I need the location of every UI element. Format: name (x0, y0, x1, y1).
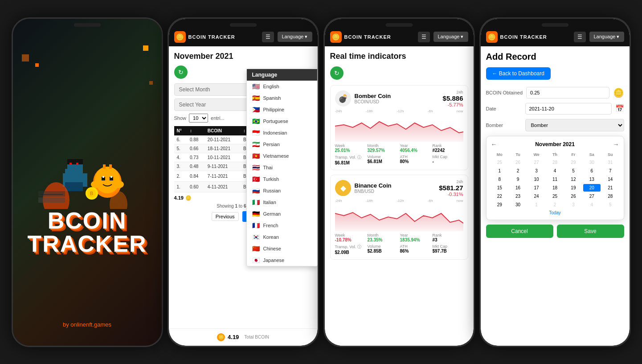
cal-cell[interactable]: 8 (491, 176, 508, 183)
language-item[interactable]: 🇫🇷French (247, 220, 317, 231)
cal-cell[interactable]: 30 (509, 201, 527, 209)
language-item[interactable]: 🇩🇪German (247, 208, 317, 220)
hamburger-button-rt[interactable]: ☰ (418, 32, 430, 42)
cal-cell[interactable]: 24 (528, 192, 545, 200)
language-label: Thai (263, 165, 273, 170)
cancel-button[interactable]: Cancel (486, 225, 553, 238)
bcoin-input[interactable] (526, 87, 609, 98)
col-bcoin: BCOIN (205, 126, 241, 135)
language-button-rt[interactable]: Language ▾ (433, 32, 468, 42)
cal-cell[interactable]: 14 (601, 176, 619, 183)
cal-cell[interactable]: 15 (491, 184, 508, 192)
bcoin-obtained-row: BCOIN Obtained 🪙 (486, 87, 624, 98)
rt-refresh-button[interactable]: ↻ (330, 66, 343, 80)
cal-cell[interactable]: 9 (509, 176, 527, 183)
cal-day-we: We (528, 151, 545, 158)
realtime-screen: 🪙 BCOIN TRACKER ☰ Language ▾ Real time i… (325, 19, 474, 346)
cal-cell[interactable]: 23 (509, 192, 527, 200)
coin-card-header-bnb: ◆ Binance Coin BNB/USD 24h $581.27 -0.31… (335, 180, 463, 197)
phone-3: 🪙 BCOIN TRACKER ☰ Language ▾ Real time i… (323, 17, 475, 347)
bcoin-label: BCOIN Obtained (486, 90, 523, 95)
cal-cell[interactable]: 28 (601, 192, 619, 200)
cal-cell[interactable]: 30 (583, 159, 601, 166)
language-item[interactable]: 🇺🇸English (247, 81, 317, 92)
cal-cell[interactable]: 11 (546, 176, 564, 183)
cal-cell[interactable]: 7 (601, 167, 619, 175)
cal-cell[interactable]: 28 (546, 159, 564, 166)
cal-cell[interactable]: 21 (601, 184, 619, 192)
language-item[interactable]: 🇻🇳Vietnamese (247, 150, 317, 162)
language-label: Japanese (263, 258, 285, 263)
coin-dropdown[interactable]: Bomber (525, 119, 624, 131)
hamburger-button-ar[interactable]: ☰ (574, 32, 586, 42)
cal-cell[interactable]: 3 (528, 167, 545, 175)
language-item[interactable]: 🇮🇩Indonesian (247, 127, 317, 139)
date-input[interactable] (525, 103, 612, 115)
language-item[interactable]: 🇵🇭Philippine (247, 104, 317, 115)
language-item[interactable]: 🇰🇷Korean (247, 231, 317, 243)
cal-cell[interactable]: 18 (546, 184, 564, 192)
bomber-chart-svg (335, 115, 463, 142)
cal-cell[interactable]: 26 (509, 159, 527, 166)
cal-cell[interactable]: 13 (583, 176, 601, 183)
cal-cell[interactable]: 4 (546, 167, 564, 175)
cal-month-year: November 2021 (535, 141, 575, 147)
cal-cell[interactable]: 29 (564, 159, 582, 166)
language-button[interactable]: Language ▾ (278, 32, 312, 42)
cal-cell[interactable]: 29 (491, 201, 508, 209)
today-button[interactable]: Today (491, 210, 619, 215)
cal-cell[interactable]: 1 (491, 167, 508, 175)
language-item[interactable]: 🇹🇭Thai (247, 162, 317, 173)
language-item[interactable]: 🇯🇵Japanese (247, 254, 317, 266)
refresh-button[interactable]: ↻ (174, 65, 188, 79)
cal-cell[interactable]: 27 (528, 159, 545, 166)
cal-prev-button[interactable]: ← (491, 141, 497, 148)
cal-next-button[interactable]: → (613, 141, 619, 148)
cal-cell[interactable]: 6 (583, 167, 601, 175)
bnb-pair: BNB/USD (355, 189, 392, 194)
cal-cell[interactable]: 19 (564, 184, 582, 192)
bnb-stat-week: Week -10.78% (335, 233, 366, 242)
cal-cell[interactable]: 25 (546, 192, 564, 200)
cal-cell[interactable]: 2 (509, 167, 527, 175)
cal-cell[interactable]: 22 (491, 192, 508, 200)
language-item[interactable]: 🇹🇷Turkish (247, 173, 317, 185)
calendar-icon[interactable]: 📅 (615, 104, 624, 113)
back-to-dashboard-button[interactable]: ← Back to Dashboard (486, 67, 551, 80)
cal-day-tu: Tu (509, 151, 527, 158)
cal-cell[interactable]: 5 (601, 201, 619, 209)
language-item[interactable]: 🇪🇸Spanish (247, 92, 317, 104)
cal-cell[interactable]: 25 (491, 159, 508, 166)
cal-cell[interactable]: 1 (528, 201, 545, 209)
date-row: Date 📅 (486, 103, 624, 115)
language-item[interactable]: 🇷🇺Russian (247, 185, 317, 196)
cal-cell[interactable]: 5 (564, 167, 582, 175)
cal-cell[interactable]: 3 (564, 201, 582, 209)
cal-cell[interactable]: 27 (583, 192, 601, 200)
stat-rank: Rank #2242 (433, 143, 463, 153)
language-item[interactable]: 🇮🇷Persian (247, 139, 317, 150)
language-label: Philippine (263, 107, 285, 112)
language-item[interactable]: 🇨🇳Chinese (247, 243, 317, 254)
cal-cell[interactable]: 17 (528, 184, 545, 192)
language-button-ar[interactable]: Language ▾ (589, 32, 624, 42)
bottom-total-value: 4.19 (228, 334, 239, 340)
cal-cell[interactable]: 2 (546, 201, 564, 209)
cal-cell[interactable]: 12 (564, 176, 582, 183)
cal-cell[interactable]: 26 (564, 192, 582, 200)
language-item[interactable]: 🇮🇹Italian (247, 196, 317, 208)
col-n-sort[interactable]: ↕ (187, 126, 205, 135)
prev-button[interactable]: Previous (212, 212, 239, 221)
hamburger-button[interactable]: ☰ (262, 32, 274, 42)
entries-count[interactable]: 10 (189, 114, 208, 123)
cal-cell-selected[interactable]: 20 (583, 184, 601, 192)
cal-cell[interactable]: 16 (509, 184, 527, 192)
cal-cell[interactable]: 10 (528, 176, 545, 183)
language-item[interactable]: 🇧🇷Portuguese (247, 115, 317, 127)
cell-bcoin: 0.73 (187, 153, 205, 162)
add-record-screen: 🪙 BCOIN TRACKER ☰ Language ▾ Add Record … (481, 19, 630, 346)
cal-cell[interactable]: 31 (601, 159, 619, 166)
bnb-stat-mktcap: Mkt Cap $97.7B (433, 244, 463, 255)
cal-cell[interactable]: 4 (583, 201, 601, 209)
save-button[interactable]: Save (557, 225, 624, 238)
